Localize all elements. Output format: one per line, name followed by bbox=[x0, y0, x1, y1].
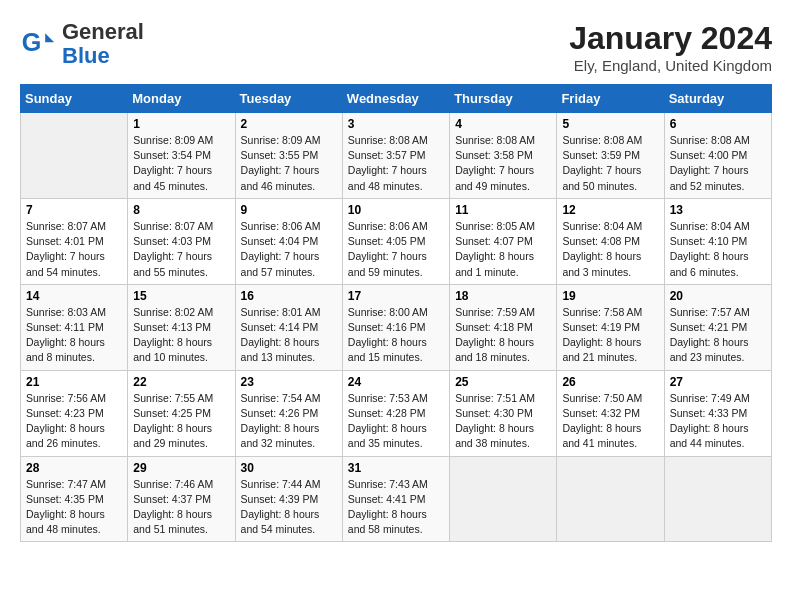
day-info: Sunrise: 7:53 AMSunset: 4:28 PMDaylight:… bbox=[348, 391, 444, 452]
calendar-cell: 14Sunrise: 8:03 AMSunset: 4:11 PMDayligh… bbox=[21, 284, 128, 370]
logo-text: General Blue bbox=[62, 20, 144, 68]
week-row-2: 7Sunrise: 8:07 AMSunset: 4:01 PMDaylight… bbox=[21, 198, 772, 284]
day-number: 5 bbox=[562, 117, 658, 131]
day-info: Sunrise: 7:49 AMSunset: 4:33 PMDaylight:… bbox=[670, 391, 766, 452]
calendar-cell: 8Sunrise: 8:07 AMSunset: 4:03 PMDaylight… bbox=[128, 198, 235, 284]
day-number: 7 bbox=[26, 203, 122, 217]
day-number: 8 bbox=[133, 203, 229, 217]
day-number: 23 bbox=[241, 375, 337, 389]
day-info: Sunrise: 7:58 AMSunset: 4:19 PMDaylight:… bbox=[562, 305, 658, 366]
day-number: 27 bbox=[670, 375, 766, 389]
title-block: January 2024 Ely, England, United Kingdo… bbox=[569, 20, 772, 74]
weekday-friday: Friday bbox=[557, 85, 664, 113]
day-number: 20 bbox=[670, 289, 766, 303]
calendar-cell: 29Sunrise: 7:46 AMSunset: 4:37 PMDayligh… bbox=[128, 456, 235, 542]
day-info: Sunrise: 8:01 AMSunset: 4:14 PMDaylight:… bbox=[241, 305, 337, 366]
day-number: 21 bbox=[26, 375, 122, 389]
day-info: Sunrise: 7:59 AMSunset: 4:18 PMDaylight:… bbox=[455, 305, 551, 366]
day-number: 13 bbox=[670, 203, 766, 217]
day-info: Sunrise: 8:04 AMSunset: 4:10 PMDaylight:… bbox=[670, 219, 766, 280]
day-info: Sunrise: 8:08 AMSunset: 3:58 PMDaylight:… bbox=[455, 133, 551, 194]
week-row-5: 28Sunrise: 7:47 AMSunset: 4:35 PMDayligh… bbox=[21, 456, 772, 542]
day-info: Sunrise: 8:06 AMSunset: 4:05 PMDaylight:… bbox=[348, 219, 444, 280]
weekday-sunday: Sunday bbox=[21, 85, 128, 113]
day-number: 16 bbox=[241, 289, 337, 303]
logo-blue: Blue bbox=[62, 43, 110, 68]
day-number: 2 bbox=[241, 117, 337, 131]
location: Ely, England, United Kingdom bbox=[569, 57, 772, 74]
logo-general: General bbox=[62, 19, 144, 44]
day-info: Sunrise: 8:06 AMSunset: 4:04 PMDaylight:… bbox=[241, 219, 337, 280]
day-number: 11 bbox=[455, 203, 551, 217]
day-info: Sunrise: 8:08 AMSunset: 3:57 PMDaylight:… bbox=[348, 133, 444, 194]
day-info: Sunrise: 7:57 AMSunset: 4:21 PMDaylight:… bbox=[670, 305, 766, 366]
calendar-cell: 31Sunrise: 7:43 AMSunset: 4:41 PMDayligh… bbox=[342, 456, 449, 542]
day-number: 3 bbox=[348, 117, 444, 131]
week-row-1: 1Sunrise: 8:09 AMSunset: 3:54 PMDaylight… bbox=[21, 113, 772, 199]
day-info: Sunrise: 7:56 AMSunset: 4:23 PMDaylight:… bbox=[26, 391, 122, 452]
calendar-header: SundayMondayTuesdayWednesdayThursdayFrid… bbox=[21, 85, 772, 113]
calendar-cell: 19Sunrise: 7:58 AMSunset: 4:19 PMDayligh… bbox=[557, 284, 664, 370]
weekday-saturday: Saturday bbox=[664, 85, 771, 113]
day-info: Sunrise: 8:05 AMSunset: 4:07 PMDaylight:… bbox=[455, 219, 551, 280]
day-number: 12 bbox=[562, 203, 658, 217]
day-number: 18 bbox=[455, 289, 551, 303]
calendar-cell: 30Sunrise: 7:44 AMSunset: 4:39 PMDayligh… bbox=[235, 456, 342, 542]
day-number: 26 bbox=[562, 375, 658, 389]
day-info: Sunrise: 8:07 AMSunset: 4:01 PMDaylight:… bbox=[26, 219, 122, 280]
calendar-cell: 21Sunrise: 7:56 AMSunset: 4:23 PMDayligh… bbox=[21, 370, 128, 456]
calendar-cell: 3Sunrise: 8:08 AMSunset: 3:57 PMDaylight… bbox=[342, 113, 449, 199]
calendar-cell: 4Sunrise: 8:08 AMSunset: 3:58 PMDaylight… bbox=[450, 113, 557, 199]
day-info: Sunrise: 8:07 AMSunset: 4:03 PMDaylight:… bbox=[133, 219, 229, 280]
calendar-cell: 11Sunrise: 8:05 AMSunset: 4:07 PMDayligh… bbox=[450, 198, 557, 284]
weekday-wednesday: Wednesday bbox=[342, 85, 449, 113]
logo-icon: G bbox=[20, 26, 56, 62]
week-row-4: 21Sunrise: 7:56 AMSunset: 4:23 PMDayligh… bbox=[21, 370, 772, 456]
day-number: 24 bbox=[348, 375, 444, 389]
day-number: 30 bbox=[241, 461, 337, 475]
calendar-cell: 12Sunrise: 8:04 AMSunset: 4:08 PMDayligh… bbox=[557, 198, 664, 284]
calendar-cell bbox=[450, 456, 557, 542]
day-info: Sunrise: 8:08 AMSunset: 4:00 PMDaylight:… bbox=[670, 133, 766, 194]
day-number: 4 bbox=[455, 117, 551, 131]
calendar-cell: 25Sunrise: 7:51 AMSunset: 4:30 PMDayligh… bbox=[450, 370, 557, 456]
week-row-3: 14Sunrise: 8:03 AMSunset: 4:11 PMDayligh… bbox=[21, 284, 772, 370]
day-number: 9 bbox=[241, 203, 337, 217]
calendar-cell: 20Sunrise: 7:57 AMSunset: 4:21 PMDayligh… bbox=[664, 284, 771, 370]
day-info: Sunrise: 7:44 AMSunset: 4:39 PMDaylight:… bbox=[241, 477, 337, 538]
day-info: Sunrise: 7:47 AMSunset: 4:35 PMDaylight:… bbox=[26, 477, 122, 538]
calendar-cell: 5Sunrise: 8:08 AMSunset: 3:59 PMDaylight… bbox=[557, 113, 664, 199]
calendar-cell: 23Sunrise: 7:54 AMSunset: 4:26 PMDayligh… bbox=[235, 370, 342, 456]
calendar-cell bbox=[557, 456, 664, 542]
svg-text:G: G bbox=[22, 28, 42, 56]
calendar-cell: 17Sunrise: 8:00 AMSunset: 4:16 PMDayligh… bbox=[342, 284, 449, 370]
day-number: 22 bbox=[133, 375, 229, 389]
day-info: Sunrise: 8:02 AMSunset: 4:13 PMDaylight:… bbox=[133, 305, 229, 366]
calendar-cell: 1Sunrise: 8:09 AMSunset: 3:54 PMDaylight… bbox=[128, 113, 235, 199]
page-header: G General Blue January 2024 Ely, England… bbox=[20, 20, 772, 74]
day-number: 1 bbox=[133, 117, 229, 131]
day-info: Sunrise: 7:51 AMSunset: 4:30 PMDaylight:… bbox=[455, 391, 551, 452]
day-number: 31 bbox=[348, 461, 444, 475]
day-info: Sunrise: 7:55 AMSunset: 4:25 PMDaylight:… bbox=[133, 391, 229, 452]
day-number: 14 bbox=[26, 289, 122, 303]
calendar-cell: 2Sunrise: 8:09 AMSunset: 3:55 PMDaylight… bbox=[235, 113, 342, 199]
calendar-cell: 22Sunrise: 7:55 AMSunset: 4:25 PMDayligh… bbox=[128, 370, 235, 456]
day-info: Sunrise: 8:04 AMSunset: 4:08 PMDaylight:… bbox=[562, 219, 658, 280]
calendar-cell: 10Sunrise: 8:06 AMSunset: 4:05 PMDayligh… bbox=[342, 198, 449, 284]
calendar-cell: 15Sunrise: 8:02 AMSunset: 4:13 PMDayligh… bbox=[128, 284, 235, 370]
day-info: Sunrise: 8:09 AMSunset: 3:54 PMDaylight:… bbox=[133, 133, 229, 194]
calendar-body: 1Sunrise: 8:09 AMSunset: 3:54 PMDaylight… bbox=[21, 113, 772, 542]
day-info: Sunrise: 7:43 AMSunset: 4:41 PMDaylight:… bbox=[348, 477, 444, 538]
day-number: 28 bbox=[26, 461, 122, 475]
month-title: January 2024 bbox=[569, 20, 772, 57]
day-number: 17 bbox=[348, 289, 444, 303]
weekday-header-row: SundayMondayTuesdayWednesdayThursdayFrid… bbox=[21, 85, 772, 113]
day-info: Sunrise: 7:54 AMSunset: 4:26 PMDaylight:… bbox=[241, 391, 337, 452]
logo: G General Blue bbox=[20, 20, 144, 68]
day-number: 25 bbox=[455, 375, 551, 389]
calendar-table: SundayMondayTuesdayWednesdayThursdayFrid… bbox=[20, 84, 772, 542]
calendar-cell bbox=[21, 113, 128, 199]
day-info: Sunrise: 8:03 AMSunset: 4:11 PMDaylight:… bbox=[26, 305, 122, 366]
calendar-cell: 24Sunrise: 7:53 AMSunset: 4:28 PMDayligh… bbox=[342, 370, 449, 456]
